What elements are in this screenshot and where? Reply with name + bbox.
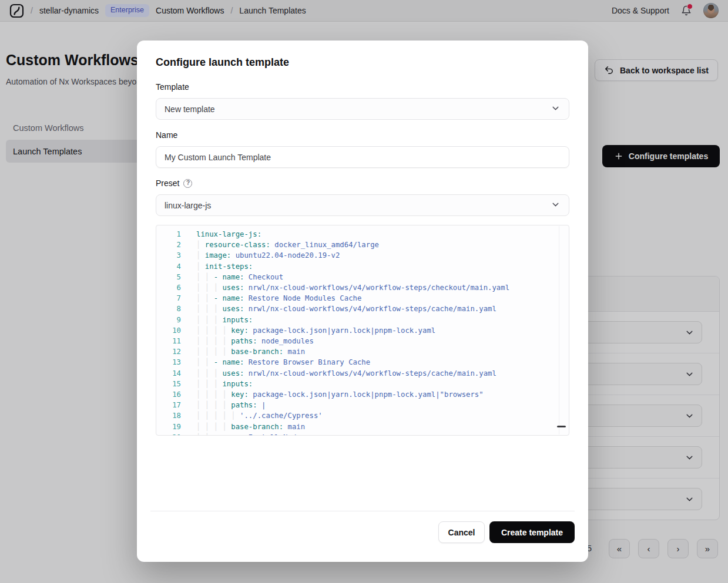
name-input[interactable] <box>156 146 569 168</box>
cancel-button[interactable]: Cancel <box>438 521 485 543</box>
modal-footer-divider <box>150 511 575 511</box>
code-line: 5│ │ - name: Checkout <box>156 272 569 282</box>
preset-select-value: linux-large-js <box>165 201 211 210</box>
preset-field-label: Preset ? <box>156 178 192 188</box>
code-line: 6│ │ │ uses: nrwl/nx-cloud-workflows/v4/… <box>156 282 569 293</box>
template-select-value: New template <box>165 105 215 114</box>
editor-scrollbar-thumb[interactable] <box>557 426 566 428</box>
name-field-label: Name <box>156 130 177 140</box>
code-line: 17│ │ │ │ paths: | <box>156 400 569 410</box>
code-line: 15│ │ │ inputs: <box>156 379 569 389</box>
code-line: 3│ image: ubuntu22.04-node20.19-v2 <box>156 250 569 261</box>
code-line: 19│ │ │ │ base-branch: main <box>156 422 569 432</box>
template-field-label: Template <box>156 82 189 92</box>
create-template-button[interactable]: Create template <box>489 521 575 543</box>
preset-label-text: Preset <box>156 178 179 188</box>
chevron-down-icon <box>551 103 561 115</box>
preset-select[interactable]: linux-large-js <box>156 194 569 216</box>
code-line: 1linux-large-js: <box>156 229 569 240</box>
code-editor-lines: 1linux-large-js:2│ resource-class: docke… <box>156 229 569 436</box>
editor-scrollbar-track <box>559 226 559 434</box>
code-line: 4│ init-steps: <box>156 261 569 272</box>
yaml-code-editor[interactable]: 1linux-large-js:2│ resource-class: docke… <box>156 225 569 436</box>
code-line: 11│ │ │ │ paths: node_modules <box>156 336 569 346</box>
code-line: 18│ │ │ │ │ '../.cache/Cypress' <box>156 410 569 421</box>
chevron-down-icon <box>551 200 561 211</box>
code-line: 20│ │ - name: Install Node <box>156 432 569 436</box>
code-line: 8│ │ │ uses: nrwl/nx-cloud-workflows/v4/… <box>156 304 569 314</box>
help-circle-icon[interactable]: ? <box>183 179 192 188</box>
template-select[interactable]: New template <box>156 98 569 120</box>
code-line: 9│ │ │ inputs: <box>156 315 569 325</box>
modal-title: Configure launch template <box>156 56 289 69</box>
code-line: 7│ │ - name: Restore Node Modules Cache <box>156 293 569 304</box>
code-line: 2│ resource-class: docker_linux_amd64/la… <box>156 240 569 250</box>
configure-launch-template-modal: Configure launch template Template New t… <box>137 41 588 562</box>
code-line: 12│ │ │ │ base-branch: main <box>156 346 569 357</box>
code-line: 14│ │ │ uses: nrwl/nx-cloud-workflows/v4… <box>156 368 569 379</box>
code-line: 10│ │ │ │ key: package-lock.json|yarn.lo… <box>156 325 569 336</box>
code-line: 16│ │ │ │ key: package-lock.json|yarn.lo… <box>156 389 569 400</box>
code-line: 13│ │ - name: Restore Browser Binary Cac… <box>156 357 569 368</box>
